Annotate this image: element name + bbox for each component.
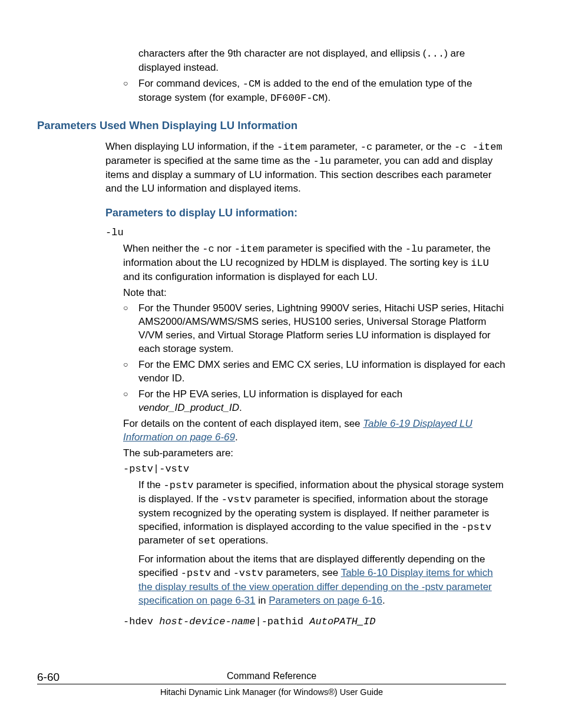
code: DF600F-CM bbox=[270, 93, 325, 104]
code: -c bbox=[361, 141, 372, 153]
lu-details-block: For details on the content of each displ… bbox=[123, 417, 506, 460]
text: When displaying LU information, if the bbox=[105, 141, 277, 152]
text: characters after the 9th character are n… bbox=[138, 48, 427, 59]
code: -pstv bbox=[461, 522, 491, 533]
code: -lu bbox=[313, 156, 331, 167]
text: ). bbox=[325, 92, 330, 103]
lu-desc-block: When neither the -c nor -item parameter … bbox=[123, 242, 506, 300]
sub-params-line: The sub-parameters are: bbox=[123, 447, 506, 460]
text: parameter is specified with the bbox=[265, 243, 405, 254]
code: -pstv bbox=[164, 480, 194, 491]
code: -item bbox=[277, 141, 307, 153]
code: -c -item bbox=[454, 141, 503, 153]
bullet-icon: ○ bbox=[123, 388, 138, 400]
italic-text: vendor_ID_product_ID bbox=[138, 402, 239, 413]
text: parameter, bbox=[307, 141, 361, 152]
pstv-body-block: If the -pstv parameter is specified, inf… bbox=[138, 479, 506, 608]
top-continuation-block: characters after the 9th character are n… bbox=[123, 47, 506, 106]
code: -CM bbox=[243, 78, 261, 90]
intro-para: When displaying LU information, if the -… bbox=[105, 140, 506, 196]
text: For the HP EVA series, LU information is… bbox=[138, 388, 402, 400]
code: -vstv bbox=[233, 568, 263, 579]
text: nor bbox=[214, 243, 234, 254]
lu-param-block: -lu bbox=[105, 226, 506, 240]
bullet-text: For the Thunder 9500V series, Lightning … bbox=[138, 302, 506, 356]
lu-desc-para: When neither the -c nor -item parameter … bbox=[123, 242, 506, 284]
top-bullet-1: ○ For command devices, -CM is added to t… bbox=[123, 77, 506, 106]
link-parameters-6-16[interactable]: Parameters on page 6-16 bbox=[269, 595, 382, 606]
details-line: For details on the content of each displ… bbox=[123, 417, 506, 444]
text: parameter is specified at the same time … bbox=[105, 155, 313, 166]
footer-title: Command Reference bbox=[227, 670, 316, 683]
bullet-text: For command devices, -CM is added to the… bbox=[138, 77, 506, 106]
code: ... bbox=[427, 48, 445, 60]
text: When neither the bbox=[123, 243, 202, 254]
bullet-text: For the EMC DMX series and EMC CX series… bbox=[138, 358, 506, 386]
lu-bullet-1: ○ For the EMC DMX series and EMC CX seri… bbox=[123, 358, 506, 386]
pstv-heading-block: -pstv|-vstv bbox=[123, 463, 506, 476]
lu-bullet-0: ○ For the Thunder 9500V series, Lightnin… bbox=[123, 302, 506, 356]
lu-bullet-list: ○ For the Thunder 9500V series, Lightnin… bbox=[123, 302, 506, 415]
text: If the bbox=[138, 479, 164, 490]
pstv-code: -pstv|-vstv bbox=[123, 463, 506, 476]
code-italic: host-device-name bbox=[159, 616, 255, 627]
text: . bbox=[382, 595, 385, 606]
code: -lu bbox=[405, 243, 424, 255]
code: -c bbox=[202, 243, 214, 255]
bullet-icon: ○ bbox=[123, 77, 138, 89]
text: For command devices, bbox=[138, 78, 243, 89]
hdev-block: -hdev host-device-name|-pathid AutoPATH_… bbox=[123, 615, 506, 629]
text: and bbox=[211, 567, 233, 578]
code: -item bbox=[234, 243, 265, 255]
heading-parameters-used: Parameters Used When Displaying LU Infor… bbox=[37, 118, 506, 133]
text: . bbox=[239, 402, 242, 413]
text: parameters, see bbox=[263, 567, 341, 578]
text: parameter of bbox=[138, 535, 198, 546]
code: -hdev bbox=[123, 616, 159, 627]
code: iLU bbox=[471, 258, 489, 269]
code: -vstv bbox=[222, 494, 252, 505]
bullet-text: For the HP EVA series, LU information is… bbox=[138, 388, 506, 415]
code: |-pathid bbox=[255, 616, 309, 627]
pstv-info-para: For information about the items that are… bbox=[138, 553, 506, 608]
code-italic: AutoPATH_ID bbox=[309, 616, 375, 627]
hdev-line: -hdev host-device-name|-pathid AutoPATH_… bbox=[123, 615, 506, 629]
lu-bullet-2: ○ For the HP EVA series, LU information … bbox=[123, 388, 506, 415]
text: For details on the content of each displ… bbox=[123, 418, 363, 429]
page-number: 6-60 bbox=[37, 670, 59, 685]
lu-code: -lu bbox=[105, 226, 506, 240]
text: operations. bbox=[216, 535, 269, 546]
intro-block: When displaying LU information, if the -… bbox=[105, 140, 506, 196]
text: . bbox=[235, 431, 238, 443]
pstv-desc-para: If the -pstv parameter is specified, inf… bbox=[138, 479, 506, 549]
footer-top-row: 6-60 Command Reference bbox=[37, 670, 506, 685]
code: set bbox=[198, 535, 216, 546]
bullet-icon: ○ bbox=[123, 358, 138, 370]
text: parameter, or the bbox=[372, 141, 454, 152]
heading-parameters-to-display: Parameters to display LU information: bbox=[105, 206, 506, 220]
text: and its configuration information is dis… bbox=[123, 271, 378, 282]
top-bullet-0-cont: characters after the 9th character are n… bbox=[138, 47, 506, 75]
text: in bbox=[255, 595, 269, 606]
code: -pstv bbox=[181, 568, 211, 579]
bullet-icon: ○ bbox=[123, 302, 138, 314]
footer-subtitle: Hitachi Dynamic Link Manager (for Window… bbox=[37, 687, 506, 699]
note-that: Note that: bbox=[123, 286, 506, 300]
page-footer: 6-60 Command Reference Hitachi Dynamic L… bbox=[37, 670, 506, 699]
